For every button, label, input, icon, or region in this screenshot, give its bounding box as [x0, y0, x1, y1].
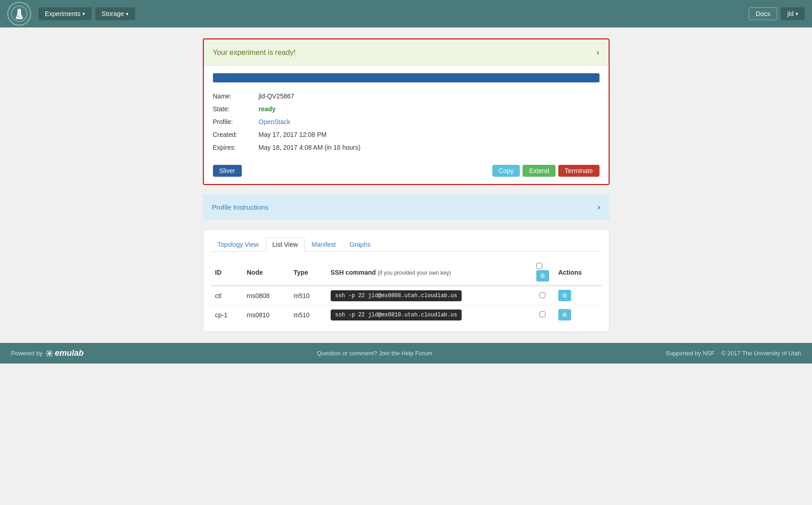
cell-type: m510 [289, 305, 326, 325]
th-ssh-note: (if you provided your own key) [377, 270, 451, 276]
profile-value[interactable]: OpenStack [259, 118, 290, 125]
nav-links: Experiments ▾ Storage ▾ [38, 7, 749, 20]
experiment-actions: Sliver Copy Extend Terminate [204, 161, 609, 184]
copyright-text: © 2017 The University of Utah [721, 350, 801, 357]
name-label: Name: [213, 92, 259, 100]
experiment-details: Name: jld-QV25867 State: ready Profile: … [204, 84, 609, 161]
expand-icon[interactable]: › [597, 48, 599, 57]
cell-id: ctl [211, 286, 242, 305]
cell-checkbox [532, 286, 554, 305]
main-content: Your experiment is ready! › Name: jld-QV… [196, 38, 617, 332]
experiments-dropdown-arrow: ▾ [82, 11, 85, 17]
cell-ssh: ssh -p 22 jld@ms0808.utah.cloudlab.us [326, 286, 532, 305]
user-dropdown-arrow: ▾ [796, 11, 798, 17]
th-type: Type [289, 259, 326, 286]
help-forum-link[interactable]: Question or comment? Join the Help Forum [317, 350, 432, 357]
experiment-ready-header: Your experiment is ready! › [204, 39, 609, 66]
cell-type: m510 [289, 286, 326, 305]
th-id: ID [211, 259, 242, 286]
name-value: jld-QV25867 [259, 92, 294, 100]
footer-left: Powered by emulab [11, 348, 84, 358]
cell-node: ms0810 [242, 305, 289, 325]
sliver-button[interactable]: Sliver [213, 165, 242, 177]
footer: Powered by emulab Question or comment? J… [0, 343, 812, 364]
svg-rect-1 [17, 9, 21, 14]
cell-actions: ⚙ [554, 305, 602, 325]
th-actions: Actions [554, 259, 602, 286]
nsf-support-text: Supported by NSF [665, 350, 714, 357]
progress-bar [213, 73, 599, 82]
cell-actions: ⚙ [554, 286, 602, 305]
footer-center: Question or comment? Join the Help Forum [317, 350, 432, 357]
cell-checkbox [532, 305, 554, 325]
state-row: State: ready [213, 103, 599, 115]
profile-row: Profile: OpenStack [213, 115, 599, 128]
storage-menu[interactable]: Storage ▾ [95, 7, 135, 20]
emulab-snowflake-icon [45, 349, 54, 358]
svg-rect-4 [18, 8, 20, 9]
expires-row: Expires: May 18, 2017 4:08 AM (in 16 hou… [213, 141, 599, 154]
ssh-command[interactable]: ssh -p 22 jld@ms0810.utah.cloudlab.us [331, 310, 462, 320]
row-checkbox[interactable] [540, 292, 545, 298]
th-node: Node [242, 259, 289, 286]
tabs: Topology View List View Manifest Graphs [211, 237, 602, 252]
action-buttons-right: Copy Extend Terminate [492, 165, 599, 177]
tab-graphs[interactable]: Graphs [343, 237, 377, 252]
profile-instructions-panel[interactable]: Profile Instructions › [203, 194, 610, 220]
svg-point-3 [20, 17, 21, 18]
expires-label: Expires: [213, 144, 259, 151]
navbar: Experiments ▾ Storage ▾ Docs jld ▾ [0, 0, 812, 27]
emulab-brand-text: emulab [55, 348, 84, 358]
th-ssh: SSH command (if you provided your own ke… [326, 259, 532, 286]
node-table: ID Node Type SSH command (if you provide… [211, 259, 602, 324]
experiment-ready-title: Your experiment is ready! [213, 49, 296, 57]
cell-ssh: ssh -p 22 jld@ms0810.utah.cloudlab.us [326, 305, 532, 325]
footer-right: Supported by NSF © 2017 The University o… [665, 350, 801, 357]
profile-label: Profile: [213, 118, 259, 125]
cell-node: ms0808 [242, 286, 289, 305]
logo [7, 2, 31, 26]
table-row: cp-1 ms0810 m510 ssh -p 22 jld@ms0810.ut… [211, 305, 602, 325]
svg-point-2 [17, 16, 19, 17]
created-label: Created: [213, 131, 259, 138]
row-checkbox[interactable] [540, 311, 545, 317]
tab-topology-view[interactable]: Topology View [211, 237, 266, 252]
copy-button[interactable]: Copy [492, 165, 520, 177]
powered-by-text: Powered by [11, 350, 43, 357]
extend-button[interactable]: Extend [523, 165, 556, 177]
row-gear-button[interactable]: ⚙ [558, 309, 571, 320]
storage-dropdown-arrow: ▾ [126, 11, 129, 17]
profile-expand-icon: › [598, 202, 600, 212]
state-label: State: [213, 105, 259, 113]
docs-button[interactable]: Docs [749, 7, 777, 20]
tab-list-view[interactable]: List View [266, 237, 305, 252]
nav-right: Docs jld ▾ [749, 7, 805, 20]
name-row: Name: jld-QV25867 [213, 90, 599, 103]
row-gear-button[interactable]: ⚙ [558, 290, 571, 301]
tab-manifest[interactable]: Manifest [305, 237, 343, 252]
table-gear-button[interactable]: ⚙ [536, 270, 549, 282]
user-menu[interactable]: jld ▾ [781, 7, 805, 20]
created-value: May 17, 2017 12:08 PM [259, 131, 327, 138]
state-value: ready [259, 105, 276, 113]
select-all-checkbox[interactable] [536, 263, 542, 269]
table-row: ctl ms0808 m510 ssh -p 22 jld@ms0808.uta… [211, 286, 602, 305]
progress-bar-container [204, 66, 609, 84]
terminate-button[interactable]: Terminate [558, 165, 599, 177]
expires-value: May 18, 2017 4:08 AM (in 16 hours) [259, 144, 361, 151]
created-row: Created: May 17, 2017 12:08 PM [213, 128, 599, 141]
tabs-panel: Topology View List View Manifest Graphs … [203, 229, 610, 332]
cell-id: cp-1 [211, 305, 242, 325]
profile-instructions-title: Profile Instructions [212, 203, 268, 211]
ssh-command[interactable]: ssh -p 22 jld@ms0808.utah.cloudlab.us [331, 290, 462, 301]
th-checkbox: ⚙ [532, 259, 554, 286]
experiments-menu[interactable]: Experiments ▾ [38, 7, 92, 20]
experiment-panel: Your experiment is ready! › Name: jld-QV… [203, 38, 610, 185]
